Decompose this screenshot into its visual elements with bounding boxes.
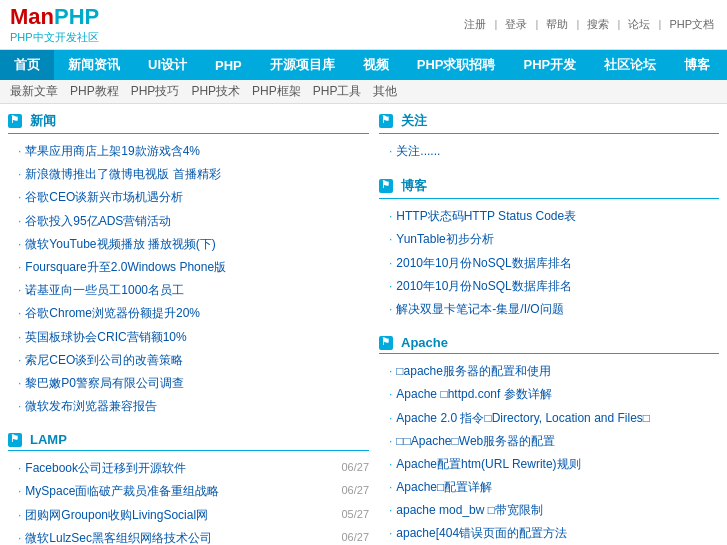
lamp-item-3: 团购网Groupon收购LivingSocial网05/27 xyxy=(8,504,369,527)
focus-section-title: 关注 xyxy=(379,112,719,134)
logo-php: PHP xyxy=(54,4,99,29)
news-item-2: 新浪微博推出了微博电视版 首播精彩 xyxy=(8,163,369,186)
news-item-11: 黎巴嫩P0警察局有限公司调查 xyxy=(8,372,369,395)
news-item-7: 诺基亚向一些员工1000名员工 xyxy=(8,279,369,302)
nav-item-opensource[interactable]: 开源项目库 xyxy=(256,50,349,80)
sub-nav: 最新文章 PHP教程 PHP技巧 PHP技术 PHP框架 PHP工具 其他 xyxy=(0,80,727,104)
news-item-3: 谷歌CEO谈新兴市场机遇分析 xyxy=(8,186,369,209)
lamp-flag-icon xyxy=(8,433,22,447)
news-item-1: 苹果应用商店上架19款游戏含4% xyxy=(8,140,369,163)
nav-item-home[interactable]: 首页 xyxy=(0,50,54,80)
blog-item-3: 2010年10月份NoSQL数据库排名 xyxy=(379,252,719,275)
apache-item-2: Apache □httpd.conf 参数详解 xyxy=(379,383,719,406)
apache-item-1: □apache服务器的配置和使用 xyxy=(379,360,719,383)
apache-item-8: apache[404错误页面的配置方法 xyxy=(379,522,719,545)
subnav-tools[interactable]: PHP工具 xyxy=(313,83,362,100)
news-item-9: 英国板球协会CRIC营销额10% xyxy=(8,326,369,349)
main-nav: 首页 新闻资讯 UI设计 PHP 开源项目库 视频 PHP求职招聘 PHP开发 … xyxy=(0,50,727,80)
blog-item-5: 解决双显卡笔记本-集显/I/O问题 xyxy=(379,298,719,321)
header-link-login[interactable]: 登录 xyxy=(505,18,527,30)
nav-item-news[interactable]: 新闻资讯 xyxy=(54,50,134,80)
blog-item-4: 2010年10月份NoSQL数据库排名 xyxy=(379,275,719,298)
nav-item-ui[interactable]: UI设计 xyxy=(134,50,201,80)
apache-item-7: apache mod_bw □带宽限制 xyxy=(379,499,719,522)
focus-flag-icon xyxy=(379,114,393,128)
nav-item-community[interactable]: 社区论坛 xyxy=(590,50,670,80)
apache-section-title: Apache xyxy=(379,335,719,354)
subnav-framework[interactable]: PHP框架 xyxy=(252,83,301,100)
apache-item-6: Apache□配置详解 xyxy=(379,476,719,499)
subnav-tech[interactable]: PHP技术 xyxy=(191,83,240,100)
subnav-tutorial[interactable]: PHP教程 xyxy=(70,83,119,100)
header-link-phpdoc[interactable]: PHP文档 xyxy=(669,18,714,30)
news-section-title: 新闻 xyxy=(8,112,369,134)
header-link-help[interactable]: 帮助 xyxy=(546,18,568,30)
lamp-item-4: 微软LulzSec黑客组织网络技术公司06/27 xyxy=(8,527,369,545)
logo-subtitle: PHP中文开发社区 xyxy=(10,30,99,45)
lamp-item-2: MySpace面临破产裁员准备重组战略06/27 xyxy=(8,480,369,503)
header-link-forum[interactable]: 论坛 xyxy=(628,18,650,30)
header-links: 注册 | 登录 | 帮助 | 搜索 | 论坛 | PHP文档 xyxy=(461,17,717,32)
header-link-search[interactable]: 搜索 xyxy=(587,18,609,30)
nav-item-video[interactable]: 视频 xyxy=(349,50,403,80)
header-link-register[interactable]: 注册 xyxy=(464,18,486,30)
lamp-item-1: Facebook公司迁移到开源软件06/27 xyxy=(8,457,369,480)
nav-item-dev[interactable]: PHP开发 xyxy=(509,50,590,80)
news-item-5: 微软YouTube视频播放 播放视频(下) xyxy=(8,233,369,256)
lamp-section: LAMP Facebook公司迁移到开源软件06/27 MySpace面临破产裁… xyxy=(8,432,369,545)
subnav-other[interactable]: 其他 xyxy=(373,83,397,100)
apache-item-4: □□Apache□Web服务器的配置 xyxy=(379,430,719,453)
apache-flag-icon xyxy=(379,336,393,350)
nav-item-jobs[interactable]: PHP求职招聘 xyxy=(403,50,510,80)
news-item-10: 索尼CEO谈到公司的改善策略 xyxy=(8,349,369,372)
news-section: 新闻 苹果应用商店上架19款游戏含4% 新浪微博推出了微博电视版 首播精彩 谷歌… xyxy=(8,112,369,418)
right-column: 关注 关注...... 博客 HTTP状态码HTTP Status Code表 … xyxy=(379,112,719,545)
logo-text: ManPHP xyxy=(10,4,99,30)
blog-item-1: HTTP状态码HTTP Status Code表 xyxy=(379,205,719,228)
blog-section-title: 博客 xyxy=(379,177,719,199)
blog-section: 博客 HTTP状态码HTTP Status Code表 YunTable初步分析… xyxy=(379,177,719,321)
logo: ManPHP PHP中文开发社区 xyxy=(10,4,99,45)
subnav-tips[interactable]: PHP技巧 xyxy=(131,83,180,100)
left-column: 新闻 苹果应用商店上架19款游戏含4% 新浪微博推出了微博电视版 首播精彩 谷歌… xyxy=(8,112,369,545)
blog-item-2: YunTable初步分析 xyxy=(379,228,719,251)
logo-man: Man xyxy=(10,4,54,29)
apache-section: Apache □apache服务器的配置和使用 Apache □httpd.co… xyxy=(379,335,719,545)
news-item-4: 谷歌投入95亿ADS营销活动 xyxy=(8,210,369,233)
news-item-12: 微软发布浏览器兼容报告 xyxy=(8,395,369,418)
main-content: 新闻 苹果应用商店上架19款游戏含4% 新浪微博推出了微博电视版 首播精彩 谷歌… xyxy=(0,104,727,545)
focus-item-1: 关注...... xyxy=(379,140,719,163)
subnav-latest[interactable]: 最新文章 xyxy=(10,83,58,100)
blog-flag-icon xyxy=(379,179,393,193)
focus-section: 关注 关注...... xyxy=(379,112,719,163)
apache-item-3: Apache 2.0 指令□Directory, Location and Fi… xyxy=(379,407,719,430)
apache-item-5: Apache配置htm(URL Rewrite)规则 xyxy=(379,453,719,476)
news-item-6: Foursquare升至2.0Windows Phone版 xyxy=(8,256,369,279)
news-item-8: 谷歌Chrome浏览器份额提升20% xyxy=(8,302,369,325)
news-flag-icon xyxy=(8,114,22,128)
nav-item-blog[interactable]: 博客 xyxy=(670,50,724,80)
lamp-section-title: LAMP xyxy=(8,432,369,451)
header: ManPHP PHP中文开发社区 注册 | 登录 | 帮助 | 搜索 | 论坛 … xyxy=(0,0,727,50)
nav-item-php[interactable]: PHP xyxy=(201,52,256,79)
